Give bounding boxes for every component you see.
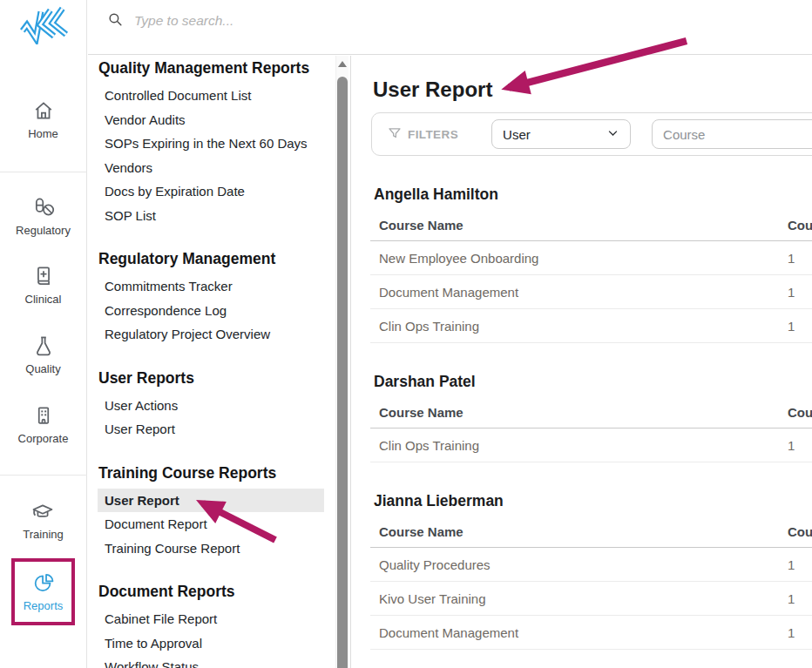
kivo-logo[interactable]	[17, 4, 71, 44]
sidebar-section-quality-management: Quality Management Reports Controlled Do…	[88, 57, 335, 227]
chevron-down-icon	[606, 126, 619, 142]
user-filter-value: User	[503, 127, 531, 142]
table-row: New Employee Onboarding 1	[370, 241, 812, 275]
rail-item-corporate[interactable]: Corporate	[18, 403, 69, 445]
table-row: Document Management 1	[370, 275, 812, 309]
rail-item-label: Reports	[24, 600, 64, 612]
user-name-heading: Jianna Lieberman	[374, 491, 812, 510]
sidebar-section-regulatory-management: Regulatory Management Commitments Tracke…	[88, 248, 335, 347]
filters-label: FILTERS	[408, 128, 458, 141]
count-cell: 1	[788, 309, 795, 343]
column-header-count: Count	[788, 524, 812, 539]
sidebar-item-training-course-report[interactable]: Training Course Report	[88, 536, 335, 561]
section-title: Quality Management Reports	[88, 57, 335, 78]
table-header-row: Course Name Count	[370, 218, 812, 241]
user-section: Darshan Patel Course Name Count Clin Ops…	[370, 372, 812, 462]
rail-divider	[0, 475, 87, 476]
course-filter-input[interactable]	[652, 119, 812, 149]
rail-item-home[interactable]: Home	[28, 98, 58, 140]
rail-divider	[0, 172, 87, 172]
rail-item-clinical[interactable]: Clinical	[25, 264, 62, 306]
table-row: Quality Procedures 1	[370, 548, 812, 582]
count-cell: 1	[788, 582, 795, 616]
rail-item-label: Regulatory	[16, 225, 71, 237]
sidebar-item-correspondence-log[interactable]: Correspondence Log	[88, 299, 335, 323]
course-name-cell: Document Management	[379, 625, 518, 640]
course-name-cell: Quality Procedures	[379, 557, 491, 572]
sidebar-item-time-to-approval[interactable]: Time to Approval	[88, 631, 335, 656]
graduation-cap-icon	[30, 499, 55, 523]
sidebar-item-document-report[interactable]: Document Report	[88, 512, 335, 536]
count-cell: 1	[788, 548, 795, 582]
course-name-cell: Clin Ops Training	[379, 319, 479, 334]
table-header-row: Course Name Count	[370, 405, 812, 428]
home-icon	[31, 98, 56, 123]
rail-item-label: Training	[23, 529, 63, 541]
sidebar-item-user-report[interactable]: User Report	[88, 417, 335, 442]
rail-item-regulatory[interactable]: Regulatory	[16, 195, 71, 237]
sidebar-item-sops-expiring[interactable]: SOPs Expiring in the Next 60 Days	[88, 132, 335, 156]
filters-button[interactable]: FILTERS	[388, 126, 458, 143]
course-name-cell: Clin Ops Training	[379, 438, 479, 453]
section-title: Regulatory Management	[88, 248, 335, 269]
funnel-icon	[388, 126, 402, 143]
pills-icon	[31, 195, 56, 219]
sidebar-item-sop-list[interactable]: SOP List	[88, 204, 335, 228]
rail-item-label: Corporate	[18, 433, 69, 445]
user-section: Angella Hamilton Course Name Count New E…	[370, 185, 812, 343]
main-content: User Report FILTERS User Angella Hamilto…	[350, 56, 812, 668]
scrollbar-thumb[interactable]	[337, 77, 348, 668]
table-header-row: Course Name Count	[370, 524, 812, 548]
sidebar-section-training-course-reports: Training Course Reports User Report Docu…	[88, 462, 335, 561]
scroll-up-arrow-icon[interactable]	[338, 61, 347, 67]
count-cell: 1	[788, 616, 795, 650]
column-header-course-name: Course Name	[379, 524, 464, 539]
sidebar-item-cabinet-file-report[interactable]: Cabinet File Report	[88, 607, 335, 631]
count-cell: 1	[788, 241, 795, 275]
table-row: Clin Ops Training 1	[370, 309, 812, 343]
user-section: Jianna Lieberman Course Name Count Quali…	[370, 491, 812, 650]
column-header-count: Count	[788, 405, 812, 420]
rail-item-label: Home	[28, 128, 58, 140]
user-filter-dropdown[interactable]: User	[491, 119, 631, 149]
rail-item-quality[interactable]: Quality	[25, 334, 60, 375]
rail-item-label: Quality	[25, 363, 60, 375]
sidebar-item-user-actions[interactable]: User Actions	[88, 394, 335, 418]
sidebar-item-vendors[interactable]: Vendors	[88, 156, 335, 180]
column-header-course-name: Course Name	[379, 405, 464, 420]
rail-item-label: Clinical	[25, 294, 62, 306]
search-icon	[107, 11, 124, 31]
sidebar-item-commitments-tracker[interactable]: Commitments Tracker	[88, 274, 335, 299]
building-icon	[31, 403, 56, 428]
column-header-course-name: Course Name	[379, 218, 464, 233]
sidebar-section-user-reports: User Reports User Actions User Report	[88, 368, 335, 442]
count-cell: 1	[788, 428, 795, 462]
course-name-cell: New Employee Onboarding	[379, 251, 538, 266]
pie-chart-icon	[31, 570, 56, 595]
sidebar-item-regulatory-project-overview[interactable]: Regulatory Project Overview	[88, 322, 335, 347]
page-title: User Report	[373, 77, 812, 103]
table-row: Kivo User Training 1	[370, 582, 812, 616]
search-input[interactable]	[132, 12, 481, 30]
rail-item-reports[interactable]: Reports	[24, 570, 64, 612]
annotation-box-reports: Reports	[11, 558, 76, 625]
section-title: User Reports	[88, 368, 335, 388]
sidebar-item-workflow-status[interactable]: Workflow Status	[88, 655, 335, 668]
sidebar-item-user-report-selected[interactable]: User Report	[98, 489, 324, 513]
user-name-heading: Angella Hamilton	[374, 185, 812, 204]
sidebar-item-vendor-audits[interactable]: Vendor Audits	[88, 108, 335, 132]
table-row: Document Management 1	[370, 616, 812, 650]
reports-sidebar: Quality Management Reports Controlled Do…	[88, 56, 335, 668]
sidebar-item-controlled-document-list[interactable]: Controlled Document List	[88, 84, 335, 108]
top-search-bar	[88, 0, 812, 55]
rail-item-training[interactable]: Training	[23, 499, 63, 541]
flask-icon	[31, 334, 56, 358]
course-name-cell: Document Management	[379, 285, 518, 300]
section-title: Document Reports	[88, 581, 335, 602]
sidebar-scrollbar[interactable]	[335, 56, 348, 668]
clinical-book-icon	[31, 264, 56, 288]
filters-bar: FILTERS User	[371, 112, 812, 156]
table-row: Clin Ops Training 1	[370, 428, 812, 462]
sidebar-item-docs-by-expiration-date[interactable]: Docs by Expiration Date	[88, 179, 335, 204]
user-name-heading: Darshan Patel	[374, 372, 812, 391]
